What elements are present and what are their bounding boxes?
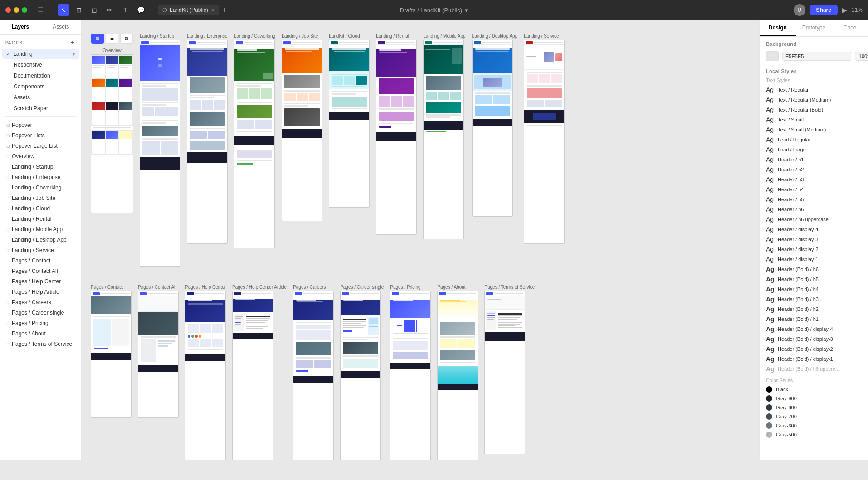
code-tab[interactable]: Code — [832, 20, 868, 36]
text-style-header-h1[interactable]: Ag Header / h1 — [760, 155, 868, 165]
fullscreen-button[interactable] — [22, 7, 27, 13]
layer-item-pages-terms[interactable]: :: Pages / Terms of Service — [2, 339, 79, 349]
text-style-regular[interactable]: Ag Text / Regular — [760, 85, 868, 95]
text-style-header-bold-h2[interactable]: Ag Header (Bold) / h2 — [760, 304, 868, 314]
color-style-black[interactable]: Black — [760, 385, 868, 394]
text-style-header-h6-uppercase[interactable]: Ag Header / h6 uppercase — [760, 214, 868, 224]
landing-job-site-frame[interactable]: Landing / Job Site — [282, 34, 322, 221]
text-style-header-bold-h5[interactable]: Ag Header (Bold) / h5 — [760, 274, 868, 284]
layer-item-pages-careers[interactable]: :: Pages / Careers — [2, 297, 79, 307]
detail-view-button[interactable]: ⊟ — [120, 34, 133, 44]
layer-item-popover[interactable]: ◻ Popover — [2, 120, 79, 130]
text-style-header-display4[interactable]: Ag Header / display-4 — [760, 224, 868, 234]
pages-contact-alt-frame[interactable]: Pages / Contact Alt — [138, 285, 179, 418]
layers-tab[interactable]: Layers — [0, 20, 41, 34]
close-button[interactable] — [5, 7, 11, 13]
text-style-header-h5[interactable]: Ag Header / h5 — [760, 194, 868, 204]
text-style-header-bold-display1[interactable]: Ag Header (Bold) / display-1 — [760, 354, 868, 364]
text-style-header-bold-display4[interactable]: Ag Header (Bold) / display-4 — [760, 324, 868, 334]
landing-coworking-frame[interactable]: Landing / Coworking — [234, 34, 275, 248]
text-style-header-bold-h6[interactable]: Ag Header (Bold) / h6 — [760, 264, 868, 274]
layer-item-landing-enterprise[interactable]: :: Landing / Enterprise — [2, 172, 79, 182]
add-page-button[interactable]: + — [68, 39, 77, 47]
pages-contact-frame[interactable]: Pages / Contact — [91, 285, 132, 418]
text-style-header-bold-h1[interactable]: Ag Header (Bold) / h1 — [760, 314, 868, 324]
background-opacity-input[interactable] — [855, 52, 868, 61]
text-style-small[interactable]: Ag Text / Small — [760, 115, 868, 125]
layer-item-landing-mobile[interactable]: :: Landing / Mobile App — [2, 224, 79, 234]
color-style-gray800[interactable]: Gray-800 — [760, 403, 868, 412]
layer-item-landing-desktop[interactable]: :: Landing / Desktop App — [2, 235, 79, 245]
text-style-header-h3[interactable]: Ag Header / h3 — [760, 175, 868, 184]
text-style-header-h6[interactable]: Ag Header / h6 — [760, 204, 868, 214]
landing-mobile-app-frame[interactable]: Landing / Mobile App — [423, 34, 465, 239]
layer-item-landing-rental[interactable]: :: Landing / Rental — [2, 214, 79, 224]
page-item-scratch-paper[interactable]: Scratch Paper — [2, 103, 79, 113]
text-style-regular-medium[interactable]: Ag Text / Regular (Medium) — [760, 95, 868, 105]
text-style-regular-bold[interactable]: Ag Text / Regular (Bold) — [760, 105, 868, 115]
new-tab-button[interactable]: + — [223, 6, 227, 14]
layer-item-pages-contact-alt[interactable]: :: Pages / Contact Alt — [2, 266, 79, 276]
color-style-gray600[interactable]: Gray-600 — [760, 421, 868, 430]
frame-tool[interactable]: ⊡ — [73, 4, 85, 16]
pages-terms-frame[interactable]: Pages / Terms of Service — [484, 285, 535, 454]
grid-view-button[interactable]: ⊞ — [91, 34, 104, 44]
tab-close[interactable]: ✕ — [211, 8, 215, 13]
layer-item-pages-about[interactable]: :: Pages / About — [2, 329, 79, 339]
landing-startup-frame[interactable]: Landing / Startup — [140, 34, 180, 267]
text-style-header-bold-display2[interactable]: Ag Header (Bold) / display-2 — [760, 344, 868, 354]
color-style-gray700[interactable]: Gray-700 — [760, 412, 868, 421]
menu-icon[interactable]: ☰ — [34, 4, 46, 16]
landing-enterprise-frame[interactable]: Landing / Enterprise — [187, 34, 228, 244]
layer-item-pages-contact[interactable]: :: Pages / Contact — [2, 256, 79, 266]
page-item-landing[interactable]: ✓ Landing ▾ — [2, 49, 79, 59]
color-style-gray900[interactable]: Gray-900 — [760, 394, 868, 403]
layer-item-pages-help-article[interactable]: :: Pages / Help Article — [2, 287, 79, 297]
text-style-small-medium[interactable]: Ag Text / Small (Medium) — [760, 125, 868, 135]
text-style-header-h4[interactable]: Ag Header / h4 — [760, 184, 868, 194]
share-button[interactable]: Share — [810, 5, 838, 15]
page-item-responsive[interactable]: Responsive — [2, 60, 79, 70]
text-style-header-bold-h4[interactable]: Ag Header (Bold) / h4 — [760, 284, 868, 294]
avatar[interactable]: U — [794, 4, 805, 16]
text-style-header-h2[interactable]: Ag Header / h2 — [760, 165, 868, 175]
text-style-header-display1[interactable]: Ag Header / display-1 — [760, 254, 868, 264]
landing-rental-frame[interactable]: Landing / Rental — [376, 34, 417, 235]
list-view-button[interactable]: ☰ — [106, 34, 118, 44]
layer-item-pages-career-single[interactable]: :: Pages / Career single — [2, 308, 79, 318]
pages-help-center-frame[interactable]: Pages / Help Center — [185, 285, 226, 460]
zoom-level[interactable]: 11% — [852, 7, 863, 13]
page-item-assets[interactable]: Assets — [2, 92, 79, 102]
text-style-header-display2[interactable]: Ag Header / display-2 — [760, 244, 868, 254]
comment-tool[interactable]: 💬 — [135, 4, 146, 16]
pen-tool[interactable]: ✏ — [104, 4, 116, 16]
pages-career-single-frame[interactable]: Pages / Career single — [340, 285, 384, 460]
page-item-components[interactable]: Components — [2, 82, 79, 92]
layer-item-popover-large[interactable]: ◻ Popover Large List — [2, 141, 79, 151]
layer-item-popover-lists[interactable]: ◻ Popover Lists — [2, 131, 79, 141]
color-style-gray500[interactable]: Gray-500 — [760, 430, 868, 439]
layer-item-landing-startup[interactable]: :: Landing / Startup — [2, 162, 79, 172]
page-item-documentation[interactable]: Documentation — [2, 71, 79, 81]
text-style-lead-large[interactable]: Ag Lead / Large — [760, 145, 868, 155]
layer-item-landing-service[interactable]: :: Landing / Service — [2, 245, 79, 255]
assets-tab[interactable]: Assets — [41, 20, 82, 34]
landing-cloud-frame[interactable]: LandKit / Cloud — [329, 34, 370, 208]
prototype-tab[interactable]: Prototype — [796, 20, 832, 36]
layer-item-landing-job-site[interactable]: :: Landing / Job Site — [2, 193, 79, 203]
text-tool[interactable]: T — [119, 4, 131, 16]
layer-item-pages-help-center[interactable]: :: Pages / Help Center — [2, 276, 79, 286]
pages-pricing-frame[interactable]: Pages / Pricing — [390, 285, 431, 460]
overview-frame[interactable] — [91, 54, 133, 213]
design-tab[interactable]: Design — [760, 20, 796, 36]
text-style-header-bold-h6-uppercase[interactable]: Ag Header (Bold) / h6 upperc... — [760, 364, 868, 374]
layer-item-pages-pricing[interactable]: :: Pages / Pricing — [2, 318, 79, 328]
cursor-tool[interactable]: ↖ — [58, 4, 69, 16]
background-hex-input[interactable] — [782, 52, 851, 61]
layer-item-landing-cloud[interactable]: :: Landing / Cloud — [2, 204, 79, 213]
background-color-swatch[interactable] — [766, 51, 779, 61]
pages-help-article-frame[interactable]: Pages / Help Center Article — [232, 285, 287, 460]
pages-careers-frame[interactable]: Pages / Careers — [293, 285, 334, 460]
canvas-scroll[interactable]: ⊞ ☰ ⊟ Overview — [82, 20, 759, 460]
text-style-header-bold-display3[interactable]: Ag Header (Bold) / display-3 — [760, 334, 868, 344]
